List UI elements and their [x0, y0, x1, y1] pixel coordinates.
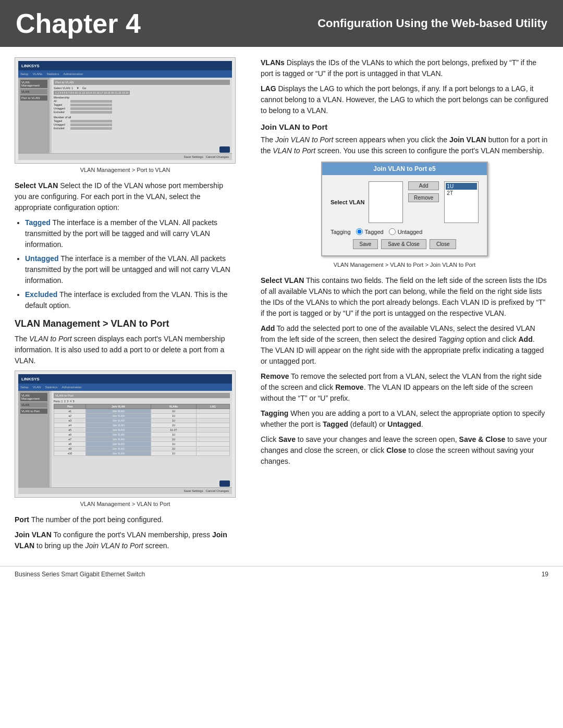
table-row: e6Join VLAN1U	[54, 433, 230, 437]
add-italic: Tagging	[438, 335, 464, 343]
mock-logo-1: LINKSYS	[21, 64, 40, 68]
mock-sidebar-vlan-mgmt: VLAN Management	[20, 80, 47, 88]
mock-table-vlan-port: Port Join VLAN VLANs LAG e1Join VLAN1U e…	[54, 404, 230, 456]
mock-nav2-admin: Administration	[62, 386, 81, 389]
dialog-right-list-item-1u: 1U	[446, 183, 477, 190]
mock-sidebar2-vlan-mgmt: VLAN Management	[20, 393, 47, 401]
dialog-title: Join VLAN to Port e5	[322, 163, 487, 175]
vlans-bold: VLANs	[261, 58, 285, 67]
mock-sidebar2-vlan-port: VLAN to Port	[20, 409, 47, 414]
mock-logo-2: LINKSYS	[21, 377, 40, 381]
tagging-bold: Tagging	[261, 409, 288, 417]
tagging-desc3: .	[421, 420, 423, 428]
dialog-add-remove-btns: Add Remove	[403, 181, 444, 202]
mock-content-1: Port to VLAN Select VLAN: 1 ▼ Go 1 2 3 4…	[52, 78, 232, 160]
page-header: Chapter 4 Configuration Using the Web-ba…	[0, 0, 563, 47]
select-vlan-desc: This contains two fields. The field on t…	[261, 276, 547, 317]
table-row: e7Join VLAN1U	[54, 437, 230, 442]
vlan-to-port-italic: VLAN to Port	[29, 335, 72, 343]
dialog-select-vlan-label: Select VLAN	[331, 199, 364, 205]
mock-header-1: LINKSYS	[18, 61, 232, 70]
list-item-excluded: Excluded The interface is excluded from …	[25, 289, 236, 311]
untagged-term: Untagged	[25, 254, 59, 263]
table-row: e8Join VLAN1U	[54, 442, 230, 447]
page-body: LINKSYS Setup VLANs Statistics Administr…	[0, 47, 563, 566]
tagged-text: The interface is a member of the VLAN. A…	[25, 218, 217, 249]
join-vlan-italic: Join VLAN to Port	[85, 541, 143, 550]
mock-sidebar-2: VLAN Management VLAN VLAN to Port	[18, 391, 50, 494]
vlan-to-port-intro: The VLAN to Port screen displays each po…	[15, 334, 236, 366]
join-vlan-text2: to bring up the	[34, 541, 85, 550]
dialog-tagging-label: Tagging	[331, 229, 351, 235]
vlan-to-port-italic2: VLAN to Port	[273, 146, 315, 155]
dialog-save-btn[interactable]: Save	[353, 239, 378, 249]
join-vlan-intro-para: The Join VLAN to Port screen appears whe…	[261, 134, 548, 156]
lag-bold: LAG	[261, 84, 276, 93]
dialog-tagging-row: Tagging Tagged Untagged	[331, 228, 479, 235]
caption-port-to-vlan: VLAN Management > Port to VLAN	[15, 167, 236, 173]
chapter-title: Chapter 4	[16, 8, 141, 39]
untagged-radio-group: Untagged	[389, 228, 423, 235]
mock-nav-2: Setup VLAN Statistics Administration	[18, 384, 232, 391]
lag-text: Displays the LAG to which the port belon…	[261, 84, 548, 115]
dialog-add-btn[interactable]: Add	[408, 181, 439, 190]
join-vlan-text: To configure the port's VLAN membership,…	[52, 530, 212, 539]
vlans-text: Displays the IDs of the VLANs to which t…	[261, 58, 536, 78]
chapter-subtitle: Configuration Using the Web-based Utilit…	[317, 17, 547, 30]
table-row: e3Join VLAN1U	[54, 418, 230, 423]
remove-bold: Remove	[261, 372, 289, 380]
untagged-radio[interactable]	[389, 228, 396, 235]
table-row: e9Join VLAN1U	[54, 447, 230, 451]
table-row: e10Join VLAN1U	[54, 451, 230, 456]
add-bold2: Add	[518, 335, 532, 343]
mock-nav-vlans: VLANs	[33, 72, 43, 76]
tagged-radio[interactable]	[356, 228, 363, 235]
join-vlan-dialog: Join VLAN to Port e5 Select VLAN Add Rem…	[321, 162, 488, 256]
add-desc2: option and click	[464, 335, 518, 343]
remove-bold2: Remove	[335, 383, 363, 391]
dialog-left-list[interactable]	[369, 181, 403, 223]
mock-sidebar-port-vlan: Port to VLAN	[20, 95, 47, 101]
join-vlan-sub-heading: Join VLAN to Port	[261, 122, 548, 131]
select-vlan-bold: Select VLAN	[15, 181, 58, 190]
save-bold: Save	[278, 435, 296, 443]
select-vlan-bold2: Select VLAN	[261, 276, 304, 285]
table-row: e4Join VLAN1U	[54, 423, 230, 428]
caption-vlan-to-port: VLAN Management > VLAN to Port	[15, 501, 236, 507]
mock-content-2: VLAN to Port Ports: 1 2 3 4 5 Port Join …	[52, 391, 232, 494]
select-vlan-desc-para: Select VLAN This contains two fields. Th…	[261, 275, 548, 319]
footer-left: Business Series Smart Gigabit Ethernet S…	[15, 571, 145, 578]
table-row: e1Join VLAN1U	[54, 409, 230, 414]
join-vlan-text3: screen.	[143, 541, 169, 550]
dialog-select-vlan-row: Select VLAN Add Remove 1U 2T	[331, 181, 479, 223]
join-vlan-intro-bold: Join VLAN	[449, 135, 486, 144]
dialog-close-btn[interactable]: Close	[430, 239, 457, 249]
page-footer: Business Series Smart Gigabit Ethernet S…	[0, 566, 563, 582]
col-vlans: VLANs	[151, 404, 197, 409]
mock-title-bar-1: Port to VLAN	[54, 80, 230, 85]
mock-sidebar-vlan: VLAN	[20, 89, 47, 94]
dialog-caption: VLAN Management > VLAN to Port > Join VL…	[261, 262, 548, 268]
close-bold: Close	[386, 446, 406, 454]
mock-nav2-stats: Statistics	[45, 386, 57, 389]
col-join-vlan: Join VLAN	[86, 404, 151, 409]
mock-nav-setup: Setup	[20, 72, 29, 76]
dialog-right-list[interactable]: 1U 2T	[444, 181, 479, 223]
dialog-remove-btn[interactable]: Remove	[408, 193, 439, 202]
mock-cisco-logo-1	[219, 146, 230, 153]
port-para: Port The number of the port being config…	[15, 514, 236, 525]
mock-footer-2: Save Settings Cancel Changes	[18, 487, 232, 494]
lag-para: LAG Displays the LAG to which the port b…	[261, 83, 548, 116]
list-item-tagged: Tagged The interface is a member of the …	[25, 217, 236, 250]
dialog-footer-btns: Save Save & Close Close	[331, 239, 479, 249]
save-close-bold: Save & Close	[459, 435, 506, 443]
footer-right: 19	[542, 571, 548, 578]
dialog-body: Select VLAN Add Remove 1U 2T Tagging	[322, 175, 487, 255]
mock-cisco-logo-2	[219, 480, 230, 487]
tagged-radio-label: Tagged	[365, 229, 384, 235]
tagging-para: Tagging When you are adding a port to a …	[261, 408, 548, 430]
remove-para: Remove To remove the selected port from …	[261, 371, 548, 404]
dialog-save-close-btn[interactable]: Save & Close	[381, 239, 426, 249]
table-row: e5Join VLAN1U 2T	[54, 428, 230, 433]
tagged-radio-group: Tagged	[356, 228, 384, 235]
